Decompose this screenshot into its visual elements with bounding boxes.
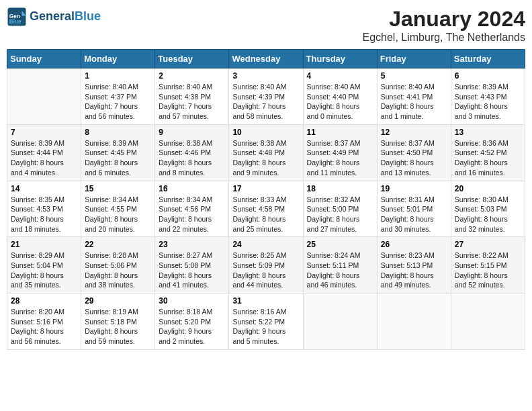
calendar-week-row: 14Sunrise: 8:35 AM Sunset: 4:53 PM Dayli… [7, 181, 525, 237]
col-header-saturday: Saturday [451, 50, 525, 68]
logo-icon: Gen Blue [7, 7, 27, 27]
day-number: 13 [455, 128, 521, 137]
day-number: 8 [85, 128, 151, 137]
day-info: Sunrise: 8:32 AM Sunset: 5:00 PM Dayligh… [307, 195, 373, 234]
calendar-cell: 15Sunrise: 8:34 AM Sunset: 4:55 PM Dayli… [81, 181, 155, 237]
day-number: 30 [159, 296, 225, 306]
day-number: 22 [85, 240, 151, 249]
day-info: Sunrise: 8:16 AM Sunset: 5:22 PM Dayligh… [232, 307, 299, 347]
day-number: 1 [85, 71, 151, 81]
day-info: Sunrise: 8:40 AM Sunset: 4:37 PM Dayligh… [85, 82, 151, 122]
calendar-week-row: 7Sunrise: 8:39 AM Sunset: 4:44 PM Daylig… [7, 124, 525, 181]
calendar-cell: 18Sunrise: 8:32 AM Sunset: 5:00 PM Dayli… [303, 181, 377, 237]
calendar-cell: 31Sunrise: 8:16 AM Sunset: 5:22 PM Dayli… [229, 293, 303, 350]
col-header-sunday: Sunday [7, 50, 81, 68]
day-number: 5 [381, 71, 447, 81]
day-number: 31 [232, 296, 299, 306]
calendar-cell [377, 293, 451, 350]
day-number: 12 [381, 128, 447, 137]
logo: Gen Blue GeneralBlue [7, 7, 101, 27]
calendar-cell: 29Sunrise: 8:19 AM Sunset: 5:18 PM Dayli… [81, 293, 155, 350]
col-header-friday: Friday [377, 50, 451, 68]
col-header-monday: Monday [81, 50, 155, 68]
calendar-cell: 27Sunrise: 8:22 AM Sunset: 5:15 PM Dayli… [451, 237, 525, 293]
day-info: Sunrise: 8:24 AM Sunset: 5:11 PM Dayligh… [307, 250, 373, 290]
day-number: 11 [307, 128, 373, 137]
day-number: 18 [307, 184, 373, 193]
calendar-cell: 1Sunrise: 8:40 AM Sunset: 4:37 PM Daylig… [81, 68, 155, 125]
day-number: 23 [159, 240, 225, 249]
day-number: 2 [159, 71, 225, 81]
day-number: 19 [381, 184, 447, 193]
calendar-cell: 16Sunrise: 8:34 AM Sunset: 4:56 PM Dayli… [155, 181, 229, 237]
calendar-cell [7, 68, 81, 125]
calendar-cell: 25Sunrise: 8:24 AM Sunset: 5:11 PM Dayli… [303, 237, 377, 293]
calendar-cell: 11Sunrise: 8:37 AM Sunset: 4:49 PM Dayli… [303, 124, 377, 181]
calendar-cell: 30Sunrise: 8:18 AM Sunset: 5:20 PM Dayli… [155, 293, 229, 350]
calendar-cell: 19Sunrise: 8:31 AM Sunset: 5:01 PM Dayli… [377, 181, 451, 237]
day-number: 16 [159, 184, 225, 193]
calendar-cell: 24Sunrise: 8:25 AM Sunset: 5:09 PM Dayli… [229, 237, 303, 293]
day-info: Sunrise: 8:28 AM Sunset: 5:06 PM Dayligh… [85, 250, 151, 290]
day-number: 29 [85, 296, 151, 306]
day-number: 14 [11, 184, 77, 193]
calendar-cell: 8Sunrise: 8:39 AM Sunset: 4:45 PM Daylig… [81, 124, 155, 181]
calendar-week-row: 28Sunrise: 8:20 AM Sunset: 5:16 PM Dayli… [7, 293, 525, 350]
calendar-cell: 13Sunrise: 8:36 AM Sunset: 4:52 PM Dayli… [451, 124, 525, 181]
title-area: January 2024 Egchel, Limburg, The Nether… [362, 7, 525, 44]
day-info: Sunrise: 8:18 AM Sunset: 5:20 PM Dayligh… [159, 307, 225, 347]
day-number: 20 [455, 184, 521, 193]
day-info: Sunrise: 8:33 AM Sunset: 4:58 PM Dayligh… [232, 195, 299, 234]
calendar-week-row: 21Sunrise: 8:29 AM Sunset: 5:04 PM Dayli… [7, 237, 525, 293]
day-number: 3 [232, 71, 299, 81]
day-number: 10 [232, 128, 299, 137]
day-info: Sunrise: 8:25 AM Sunset: 5:09 PM Dayligh… [232, 250, 299, 290]
main-title: January 2024 [362, 7, 525, 32]
logo-text: GeneralBlue [30, 10, 101, 24]
day-number: 26 [381, 240, 447, 249]
day-info: Sunrise: 8:27 AM Sunset: 5:08 PM Dayligh… [159, 250, 225, 290]
calendar-table: SundayMondayTuesdayWednesdayThursdayFrid… [7, 49, 525, 350]
calendar-cell: 23Sunrise: 8:27 AM Sunset: 5:08 PM Dayli… [155, 237, 229, 293]
calendar-cell: 6Sunrise: 8:39 AM Sunset: 4:43 PM Daylig… [451, 68, 525, 125]
day-number: 28 [11, 296, 77, 306]
calendar-cell [303, 293, 377, 350]
day-info: Sunrise: 8:39 AM Sunset: 4:45 PM Dayligh… [85, 138, 151, 178]
calendar-cell: 12Sunrise: 8:37 AM Sunset: 4:50 PM Dayli… [377, 124, 451, 181]
day-number: 4 [307, 71, 373, 81]
day-info: Sunrise: 8:39 AM Sunset: 4:44 PM Dayligh… [11, 138, 77, 178]
calendar-header-row: SundayMondayTuesdayWednesdayThursdayFrid… [7, 50, 525, 68]
calendar-cell: 2Sunrise: 8:40 AM Sunset: 4:38 PM Daylig… [155, 68, 229, 125]
day-info: Sunrise: 8:20 AM Sunset: 5:16 PM Dayligh… [11, 307, 77, 347]
day-info: Sunrise: 8:34 AM Sunset: 4:55 PM Dayligh… [85, 195, 151, 234]
calendar-cell [451, 293, 525, 350]
calendar-cell: 5Sunrise: 8:40 AM Sunset: 4:41 PM Daylig… [377, 68, 451, 125]
svg-text:Blue: Blue [9, 19, 21, 25]
day-info: Sunrise: 8:30 AM Sunset: 5:03 PM Dayligh… [455, 195, 521, 234]
day-info: Sunrise: 8:38 AM Sunset: 4:46 PM Dayligh… [159, 138, 225, 178]
calendar-cell: 10Sunrise: 8:38 AM Sunset: 4:48 PM Dayli… [229, 124, 303, 181]
day-number: 21 [11, 240, 77, 249]
day-info: Sunrise: 8:38 AM Sunset: 4:48 PM Dayligh… [232, 138, 299, 178]
day-number: 6 [455, 71, 521, 81]
day-number: 25 [307, 240, 373, 249]
day-number: 15 [85, 184, 151, 193]
col-header-tuesday: Tuesday [155, 50, 229, 68]
day-info: Sunrise: 8:22 AM Sunset: 5:15 PM Dayligh… [455, 250, 521, 290]
day-info: Sunrise: 8:37 AM Sunset: 4:49 PM Dayligh… [307, 138, 373, 178]
day-info: Sunrise: 8:34 AM Sunset: 4:56 PM Dayligh… [159, 195, 225, 234]
calendar-cell: 9Sunrise: 8:38 AM Sunset: 4:46 PM Daylig… [155, 124, 229, 181]
col-header-thursday: Thursday [303, 50, 377, 68]
day-info: Sunrise: 8:40 AM Sunset: 4:39 PM Dayligh… [232, 82, 299, 122]
day-info: Sunrise: 8:39 AM Sunset: 4:43 PM Dayligh… [455, 82, 521, 122]
calendar-week-row: 1Sunrise: 8:40 AM Sunset: 4:37 PM Daylig… [7, 68, 525, 125]
day-info: Sunrise: 8:29 AM Sunset: 5:04 PM Dayligh… [11, 250, 77, 290]
day-number: 24 [232, 240, 299, 249]
subtitle: Egchel, Limburg, The Netherlands [362, 32, 525, 44]
header: Gen Blue GeneralBlue January 2024 Egchel… [7, 7, 525, 44]
day-info: Sunrise: 8:31 AM Sunset: 5:01 PM Dayligh… [381, 195, 447, 234]
day-info: Sunrise: 8:40 AM Sunset: 4:38 PM Dayligh… [159, 82, 225, 122]
day-info: Sunrise: 8:40 AM Sunset: 4:41 PM Dayligh… [381, 82, 447, 122]
calendar-cell: 7Sunrise: 8:39 AM Sunset: 4:44 PM Daylig… [7, 124, 81, 181]
day-number: 9 [159, 128, 225, 137]
